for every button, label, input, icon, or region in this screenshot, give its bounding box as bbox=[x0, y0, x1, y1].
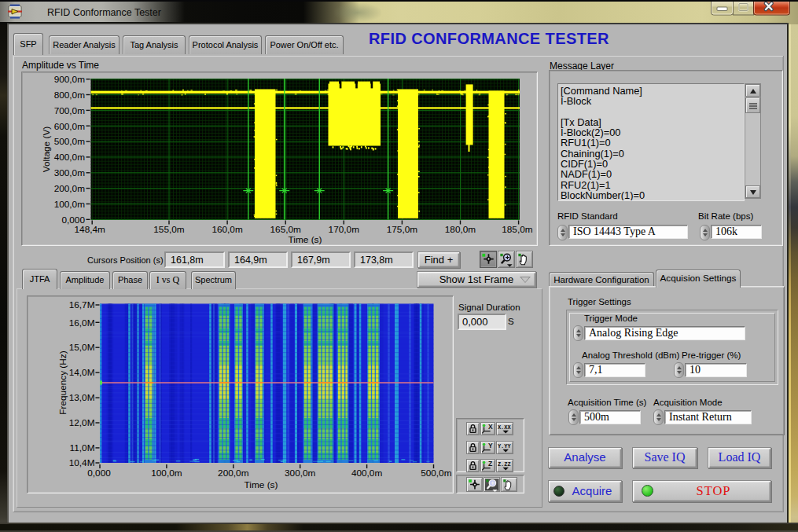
svg-text:Y.YY: Y.YY bbox=[497, 442, 511, 449]
svg-text:Z: Z bbox=[487, 460, 491, 468]
svg-text:100,0m: 100,0m bbox=[151, 468, 182, 479]
svg-text:300,0m: 300,0m bbox=[285, 468, 316, 479]
svg-text:11,0M: 11,0M bbox=[70, 442, 95, 453]
svg-text:12,0M: 12,0M bbox=[69, 417, 95, 428]
svg-text:14,0M: 14,0M bbox=[69, 367, 95, 378]
svg-text:16,7M: 16,7M bbox=[69, 299, 95, 310]
svg-text:15,0M: 15,0M bbox=[69, 342, 95, 353]
svg-text:Frequency (Hz): Frequency (Hz) bbox=[57, 350, 68, 414]
svg-text:500,0m: 500,0m bbox=[421, 468, 452, 479]
svg-text:400,0m: 400,0m bbox=[351, 468, 383, 479]
svg-text:13,0M: 13,0M bbox=[69, 392, 95, 403]
svg-text:X.XX: X.XX bbox=[497, 424, 511, 431]
svg-text:16,0M: 16,0M bbox=[69, 317, 95, 328]
svg-text:Time (s): Time (s) bbox=[245, 479, 278, 490]
svg-text:0,000: 0,000 bbox=[87, 468, 111, 479]
svg-text:Z.ZZ: Z.ZZ bbox=[497, 460, 510, 467]
svg-text:Y: Y bbox=[487, 442, 492, 449]
svg-text:X: X bbox=[487, 423, 492, 431]
svg-text:200,0m: 200,0m bbox=[218, 468, 249, 479]
